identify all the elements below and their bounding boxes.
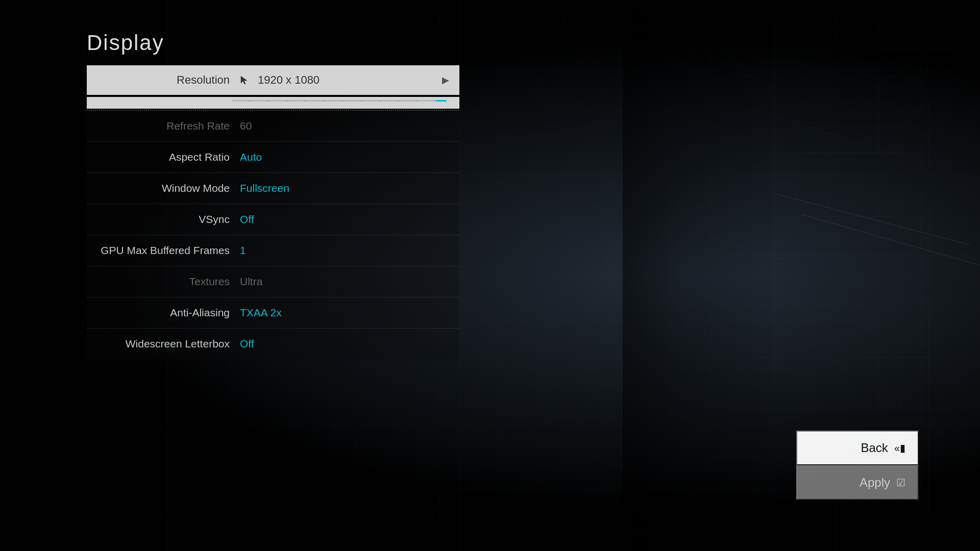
vsync-row[interactable]: VSync Off xyxy=(87,204,459,235)
widescreen-letterbox-label: Widescreen Letterbox xyxy=(97,338,240,350)
resolution-label: Resolution xyxy=(97,73,240,87)
resolution-setting-row[interactable]: Resolution 980 x 551 ▶ xyxy=(87,65,459,95)
page-title: Display xyxy=(87,31,459,55)
resolution-arrow-right: ▶ xyxy=(442,74,449,86)
apply-label: Apply xyxy=(860,475,890,490)
back-icon: «▮ xyxy=(894,442,905,454)
gpu-max-buffered-frames-row[interactable]: GPU Max Buffered Frames 1 xyxy=(87,235,459,266)
resolution-value: 980 x 551 xyxy=(258,73,320,87)
window-mode-row[interactable]: Window Mode Fullscreen xyxy=(87,173,459,204)
back-button[interactable]: Back «▮ xyxy=(796,431,919,465)
apply-icon: ☑ xyxy=(896,477,905,489)
cursor-icon xyxy=(240,75,250,85)
window-mode-label: Window Mode xyxy=(97,182,240,194)
settings-list: Refresh Rate 60 Aspect Ratio Auto Window… xyxy=(87,111,459,359)
gpu-max-buffered-frames-value: 1 xyxy=(240,244,246,257)
window-mode-value: Fullscreen xyxy=(240,182,289,194)
textures-label: Textures xyxy=(97,276,240,288)
refresh-rate-value: 60 xyxy=(240,120,252,132)
resolution-slider-track[interactable] xyxy=(232,100,447,102)
svg-rect-39 xyxy=(623,0,776,551)
apply-button[interactable]: Apply ☑ xyxy=(796,465,919,500)
refresh-rate-label: Refresh Rate xyxy=(97,120,240,132)
anti-aliasing-label: Anti-Aliasing xyxy=(97,307,240,319)
main-content: Display Resolution 980 x 551 ▶ xyxy=(87,31,459,359)
textures-row[interactable]: Textures Ultra xyxy=(87,266,459,297)
svg-rect-20 xyxy=(801,102,903,179)
anti-aliasing-value: TXAA 2x xyxy=(240,307,282,319)
back-label: Back xyxy=(861,441,888,455)
aspect-ratio-row[interactable]: Aspect Ratio Auto xyxy=(87,142,459,173)
action-buttons: Back «▮ Apply ☑ xyxy=(796,431,919,500)
vsync-label: VSync xyxy=(97,213,240,226)
svg-rect-21 xyxy=(827,204,954,255)
anti-aliasing-row[interactable]: Anti-Aliasing TXAA 2x xyxy=(87,297,459,329)
gpu-max-buffered-frames-label: GPU Max Buffered Frames xyxy=(97,244,240,257)
widescreen-letterbox-value: Off xyxy=(240,338,254,350)
refresh-rate-row[interactable]: Refresh Rate 60 xyxy=(87,111,459,142)
aspect-ratio-label: Aspect Ratio xyxy=(97,151,240,163)
svg-line-37 xyxy=(776,194,970,245)
svg-line-38 xyxy=(801,214,980,265)
widescreen-letterbox-row[interactable]: Widescreen Letterbox Off xyxy=(87,329,459,359)
vsync-value: Off xyxy=(240,213,254,226)
resolution-value-container: 980 x 551 xyxy=(240,73,442,87)
textures-value: Ultra xyxy=(240,276,262,288)
resolution-slider-container xyxy=(87,97,459,109)
aspect-ratio-value: Auto xyxy=(240,151,262,163)
svg-marker-40 xyxy=(241,76,247,84)
